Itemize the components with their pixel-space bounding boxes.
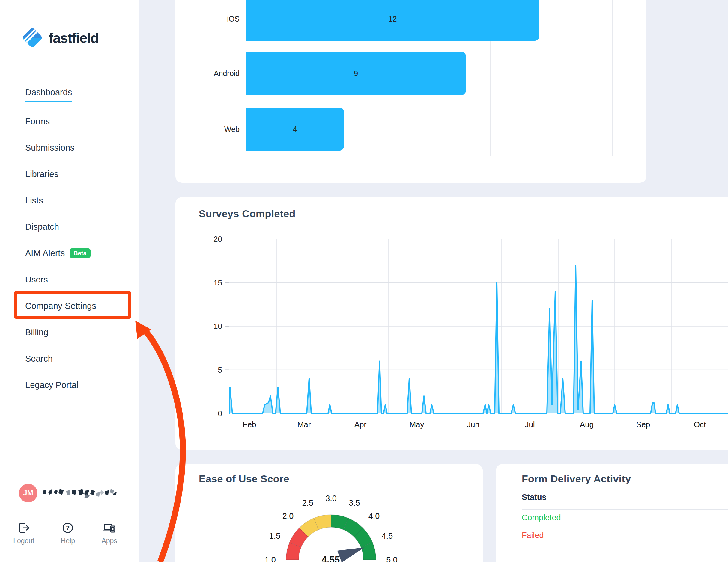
status-rows: CompletedFailed <box>522 509 728 544</box>
sidebar-item-company-settings[interactable]: Company Settings <box>25 293 136 319</box>
y-tick-label: 0 <box>218 409 222 418</box>
gauge-needle <box>337 547 364 562</box>
sidebar-item-submissions[interactable]: Submissions <box>25 135 136 161</box>
bar-value-label: 9 <box>354 69 358 78</box>
user-profile[interactable]: JM <box>19 484 117 502</box>
redacted-user-name <box>42 486 117 500</box>
sidebar-footer: Logout ? Help Apps <box>0 522 130 545</box>
sidebar-item-dispatch[interactable]: Dispatch <box>25 214 136 240</box>
sidebar-item-legacy-portal[interactable]: Legacy Portal <box>25 372 136 398</box>
bar-category-label: iOS <box>227 15 240 23</box>
area-line <box>229 265 728 413</box>
bar-category-label: Web <box>224 125 240 133</box>
month-label: Aug <box>580 420 594 429</box>
svg-text:?: ? <box>66 525 70 531</box>
sidebar-item-libraries[interactable]: Libraries <box>25 161 136 187</box>
fastfield-logo-icon <box>21 26 44 49</box>
submissions-by-device-card: iOS12Android9Web4 <box>175 0 646 183</box>
gauge-tick-label: 3.5 <box>349 498 360 507</box>
gauge-tick-label: 4.0 <box>368 512 380 521</box>
ease-of-use-card: Ease of Use Score 1.01.52.02.53.03.54.04… <box>175 464 483 562</box>
sidebar-item-forms[interactable]: Forms <box>25 108 136 135</box>
sidebar-item-search[interactable]: Search <box>25 345 136 372</box>
bar-value-label: 4 <box>293 125 297 133</box>
help-button[interactable]: ? Help <box>61 522 75 545</box>
status-column-header: Status <box>522 493 547 502</box>
gauge-tick-label: 3.0 <box>325 494 337 503</box>
surveys-completed-card: Surveys Completed 05101520FebMarAprMayJu… <box>175 197 728 450</box>
bar-category-label: Android <box>214 69 240 78</box>
gauge-tick-label: 5.0 <box>386 555 398 562</box>
gauge-tick-label: 1.0 <box>264 555 276 562</box>
sidebar-nav: Dashboards Forms Submissions Libraries L… <box>25 82 136 398</box>
status-row-failed: Failed <box>522 527 728 544</box>
gauge-value: 4.55 <box>322 555 340 562</box>
logout-button[interactable]: Logout <box>13 522 34 545</box>
month-label: May <box>409 420 424 429</box>
y-tick-label: 20 <box>213 235 222 244</box>
month-label: Jul <box>525 420 535 429</box>
y-tick-label: 5 <box>218 365 222 374</box>
status-row-completed: Completed <box>522 509 728 527</box>
device-bar-chart: iOS12Android9Web4 <box>175 0 646 183</box>
gauge-tick-label: 2.0 <box>282 512 294 521</box>
apps-icon <box>102 522 117 534</box>
gauge-tick-label: 2.5 <box>302 498 314 507</box>
help-icon: ? <box>61 522 74 534</box>
month-label: Mar <box>297 420 311 429</box>
sidebar-item-dashboards[interactable]: Dashboards <box>25 82 136 108</box>
sidebar-item-lists[interactable]: Lists <box>25 187 136 214</box>
gauge-tick-label: 1.5 <box>269 531 281 540</box>
gauge-tick-label: 4.5 <box>382 531 393 540</box>
bar-value-label: 12 <box>388 15 397 23</box>
month-label: Feb <box>243 420 256 429</box>
sidebar-item-users[interactable]: Users <box>25 266 136 293</box>
form-delivery-title: Form Delivery Activity <box>522 473 631 485</box>
apps-button[interactable]: Apps <box>101 522 117 545</box>
form-delivery-card: Form Delivery Activity Status CompletedF… <box>496 464 728 562</box>
month-label: Apr <box>354 420 367 429</box>
y-tick-label: 15 <box>213 278 222 287</box>
avatar: JM <box>19 484 37 502</box>
month-label: Oct <box>694 420 706 429</box>
month-label: Jun <box>467 420 479 429</box>
sidebar-divider <box>0 516 139 516</box>
month-label: Sep <box>636 420 650 429</box>
logout-icon <box>17 522 30 534</box>
y-tick-label: 10 <box>213 322 222 331</box>
beta-badge: Beta <box>70 248 90 258</box>
fastfield-logo: fastfield <box>21 26 99 49</box>
sidebar-item-aim-alerts[interactable]: AIM Alerts Beta <box>25 240 136 266</box>
surveys-area-chart: 05101520FebMarAprMayJunJulAugSepOct <box>175 197 728 437</box>
area-fill <box>229 265 728 413</box>
logo-wordmark: fastfield <box>49 30 99 46</box>
ease-of-use-gauge: 1.01.52.02.53.03.54.04.55.04.55 <box>175 464 483 562</box>
sidebar: fastfield Dashboards Forms Submissions L… <box>0 0 139 562</box>
sidebar-item-billing[interactable]: Billing <box>25 319 136 345</box>
